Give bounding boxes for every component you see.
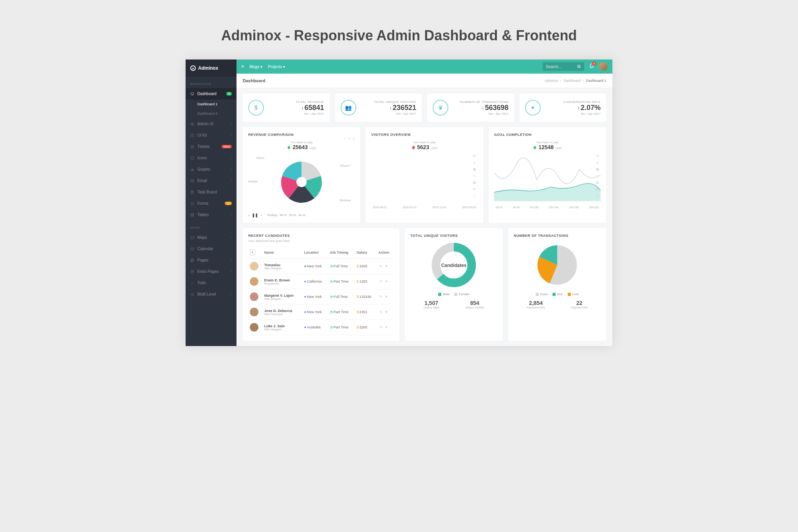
sidebar-item-email[interactable]: Email›: [186, 175, 237, 186]
bars-icon[interactable]: ▥: [596, 168, 599, 171]
edit-button[interactable]: ✎: [379, 295, 383, 299]
restore-icon[interactable]: ⟳: [473, 188, 476, 191]
timing-value: Part Time: [334, 310, 349, 314]
line-icon[interactable]: ∿: [596, 174, 599, 178]
sidebar-item-tables[interactable]: Tables›: [186, 209, 237, 220]
clock-icon: ◔: [330, 264, 333, 268]
filter-icon[interactable]: ▽: [348, 137, 350, 141]
kpi-card-revenue: $ TOTAL REVENUE↑65841Jan - Apr 2017: [243, 94, 330, 122]
user-avatar[interactable]: [599, 62, 608, 71]
delete-button[interactable]: ✕: [385, 280, 388, 283]
edit-button[interactable]: ✎: [379, 310, 383, 314]
legend-item-female: Female: [454, 292, 469, 296]
wand-icon: ✦: [525, 100, 541, 115]
avatar: [250, 323, 258, 332]
salary-value: 3265: [359, 325, 367, 329]
sidebar-item-task-board[interactable]: Task Board: [186, 186, 237, 198]
save-icon[interactable]: ⬚: [596, 194, 599, 198]
edit-button[interactable]: ✎: [379, 280, 383, 283]
location-value: New York: [307, 295, 322, 299]
refresh-icon[interactable]: ⟲: [473, 154, 476, 158]
line-chart: ⟲ ⤓ ▥ ∿ ▤ ⟳ ⬚: [494, 153, 601, 204]
prev-button[interactable]: ‹: [248, 213, 249, 217]
sidebar-sub-dashboard-1[interactable]: Dashboard 1: [186, 99, 237, 109]
sidebar-item-multi-level[interactable]: Multi Level›: [186, 289, 237, 300]
home-icon[interactable]: ⌂: [344, 137, 346, 141]
delete-button[interactable]: ✕: [385, 310, 388, 314]
card-title: REVENUE COMPARISON: [248, 133, 355, 137]
card-subtitle: You have to pay: [494, 141, 601, 144]
line-icon[interactable]: ∿: [473, 174, 476, 178]
slider-date[interactable]: 06-16: [280, 214, 287, 216]
delete-button[interactable]: ✕: [385, 295, 388, 299]
legend-item-due: Due: [552, 292, 563, 296]
edit-button[interactable]: ✎: [379, 264, 383, 268]
sidebar-item-tickets[interactable]: TicketsNEW: [186, 141, 237, 152]
candidate-role: Programmer: [264, 282, 301, 285]
card-amount: 25643 USD: [248, 144, 355, 150]
card-subtitle: You have to pay: [248, 141, 355, 144]
menu-toggle-icon[interactable]: ≡: [241, 64, 244, 69]
search-input[interactable]: [543, 65, 574, 69]
svg-line-28: [191, 293, 193, 294]
breadcrumb-item[interactable]: Dashboard: [563, 79, 581, 83]
svg-rect-9: [192, 168, 192, 171]
brand[interactable]: a Adminox: [186, 60, 237, 77]
save-icon[interactable]: ⬚: [473, 194, 476, 198]
menu-icon[interactable]: ≡: [353, 137, 355, 141]
legend-item-hold: Hold: [568, 292, 579, 296]
sidebar-sub-dashboard-2[interactable]: Dashboard 2: [186, 109, 237, 118]
breadcrumb-item[interactable]: Adminox: [544, 79, 558, 83]
sidebar-item-forms[interactable]: Forms12: [186, 198, 237, 209]
timing-value: Full Time: [334, 264, 348, 268]
mega-menu-link[interactable]: Mega ▾: [249, 65, 262, 69]
slider-date[interactable]: 05-16: [289, 214, 296, 216]
pause-button[interactable]: ❚❚: [252, 213, 258, 217]
svg-point-26: [193, 293, 194, 294]
chevron-right-icon: ›: [231, 258, 232, 262]
search-button[interactable]: [574, 64, 584, 70]
notifications-button[interactable]: 4: [589, 63, 594, 70]
refresh-icon[interactable]: ⟲: [596, 154, 599, 158]
svg-rect-0: [191, 92, 194, 94]
page-title: Dashboard: [243, 78, 265, 83]
edit-button[interactable]: ✎: [379, 325, 383, 329]
projects-menu-link[interactable]: Projects ▾: [268, 65, 285, 69]
delete-button[interactable]: ✕: [385, 264, 388, 268]
bars-icon[interactable]: ▥: [473, 168, 476, 171]
x-axis-labels: 2016-06-012016-03-012015-12-012015-09-01: [371, 206, 478, 209]
sidebar-item-graphs[interactable]: Graphs›: [186, 164, 237, 175]
slider-date[interactable]: 04-16: [298, 214, 305, 216]
delete-button[interactable]: ✕: [385, 325, 388, 329]
page-heading: Adminox - Responsive Admin Dashboard & F…: [0, 27, 798, 44]
download-icon[interactable]: ⤓: [596, 161, 599, 164]
stack-icon[interactable]: ▤: [473, 181, 476, 184]
goal-card: GOAL COMPLETION You have to pay 12548 US…: [489, 127, 606, 223]
next-button[interactable]: ›: [260, 213, 262, 217]
sidebar-item-extra-pages[interactable]: Extra Pages›: [186, 266, 237, 277]
sidebar-item-dashboard[interactable]: Dashboard 2: [186, 88, 237, 99]
select-all-toggle[interactable]: ▾: [250, 250, 255, 255]
kpi-value: ↑563698: [453, 104, 509, 112]
svg-point-27: [193, 295, 194, 296]
nav-section-navigation: NAVIGATION: [186, 77, 237, 88]
breadcrumb-item: Dashboard 1: [586, 79, 606, 83]
sidebar-item-calendar[interactable]: Calendar: [186, 243, 237, 254]
sidebar-item-icons[interactable]: Icons›: [186, 152, 237, 164]
sidebar-item-admin-ui[interactable]: Admin UI›: [186, 118, 237, 130]
kpi-card-conversation: ✦ CONVERSATION RATE↑2.07%Jan - Apr 2017: [520, 94, 607, 122]
sidebar-item-todo[interactable]: Todo: [186, 277, 237, 289]
desktop-label: Desktop: [267, 214, 278, 216]
download-icon[interactable]: ⤓: [473, 161, 476, 164]
chevron-right-icon: ›: [231, 236, 232, 239]
sidebar-item-ui-kit[interactable]: UI Kit›: [186, 130, 237, 141]
sidebar-item-pages[interactable]: Pages›: [186, 254, 237, 266]
candidate-role: Web Designer: [264, 328, 301, 331]
legend: Male Female: [410, 292, 497, 296]
stack-icon[interactable]: ▤: [596, 181, 599, 184]
clock-icon: ◔: [330, 295, 333, 299]
sidebar-item-maps[interactable]: Maps›: [186, 232, 237, 243]
card-subtitle: You have to pay: [371, 141, 478, 144]
restore-icon[interactable]: ⟳: [596, 188, 599, 191]
svg-point-15: [191, 202, 194, 205]
